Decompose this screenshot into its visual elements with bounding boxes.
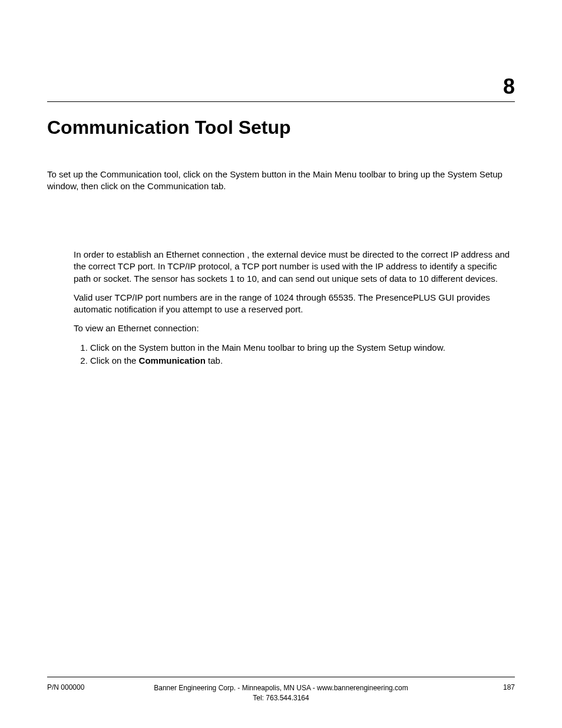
footer-rule xyxy=(47,677,515,677)
body-content: In order to establish an Ethernet connec… xyxy=(74,249,515,368)
page-footer: P/N 000000 Banner Engineering Corp. - Mi… xyxy=(47,683,515,703)
body-paragraph-2: Valid user TCP/IP port numbers are in th… xyxy=(74,292,515,316)
chapter-title: Communication Tool Setup xyxy=(47,117,291,139)
step-1: Click on the System button in the Main M… xyxy=(90,342,515,354)
steps-list: Click on the System button in the Main M… xyxy=(74,342,515,367)
intro-paragraph: To set up the Communication tool, click … xyxy=(47,169,515,193)
footer-company-line1: Banner Engineering Corp. - Minneapolis, … xyxy=(47,683,515,693)
footer-company: Banner Engineering Corp. - Minneapolis, … xyxy=(47,683,515,703)
header-rule xyxy=(47,101,515,102)
body-paragraph-3: To view an Ethernet connection: xyxy=(74,322,515,334)
document-page: 8 Communication Tool Setup To set up the… xyxy=(0,0,562,728)
step-2: Click on the Communication tab. xyxy=(90,355,515,367)
chapter-number: 8 xyxy=(503,74,515,99)
footer-company-line2: Tel: 763.544.3164 xyxy=(47,693,515,703)
step-2-prefix: Click on the xyxy=(90,355,139,365)
body-paragraph-1: In order to establish an Ethernet connec… xyxy=(74,249,515,285)
footer-page-number: 187 xyxy=(503,683,515,691)
footer-part-number: P/N 000000 xyxy=(47,683,84,691)
step-2-bold: Communication xyxy=(139,355,206,365)
step-2-suffix: tab. xyxy=(206,355,223,365)
